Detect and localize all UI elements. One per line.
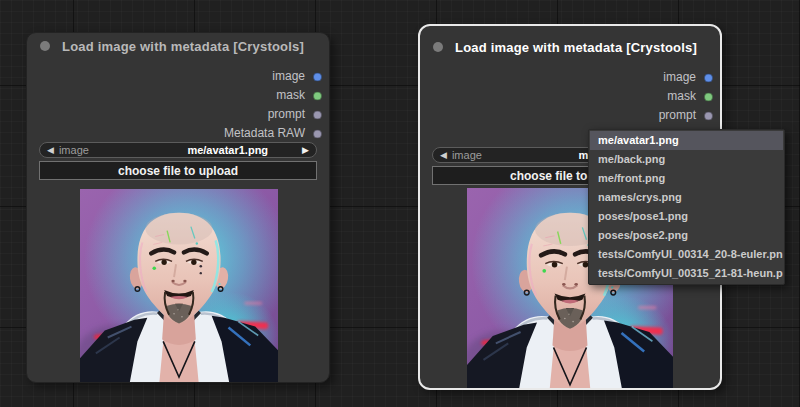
dropdown-item-pose2[interactable]: poses/pose2.png [590,226,783,245]
dropdown-item-back[interactable]: me/back.png [590,150,783,169]
output-slot-image-icon[interactable] [313,72,322,81]
output-row-image: image [27,67,329,86]
output-slot-prompt-icon[interactable] [704,111,713,120]
choose-file-button[interactable]: choose file to upload [39,161,317,180]
output-row-metadata-raw: Metadata RAW [27,124,329,143]
output-row-prompt: prompt [27,105,329,124]
output-row-mask: mask [420,87,720,106]
node-title: Load image with metadata [Crystools] [62,39,304,54]
dropdown-item-front[interactable]: me/front.png [590,169,783,188]
output-label: mask [667,89,696,103]
output-slot-prompt-icon[interactable] [313,110,322,119]
collapse-dot-icon[interactable] [40,41,50,51]
output-row-mask: mask [27,86,329,105]
node-load-image-left[interactable]: Load image with metadata [Crystools] ima… [26,32,330,383]
output-label: Metadata RAW [224,126,305,140]
node-title-bar: Load image with metadata [Crystools] [27,33,329,59]
dropdown-item-comfyui-00314[interactable]: tests/ComfyUI_00314_20-8-euler.png [590,245,783,264]
dropdown-item-comfyui-00315[interactable]: tests/ComfyUI_00315_21-81-heun.png [590,264,783,283]
output-row-prompt: prompt [420,106,720,125]
output-slot-metadata-raw-icon[interactable] [313,129,322,138]
image-preview [80,189,278,383]
output-label: image [663,70,696,84]
node-title: Load image with metadata [Crystools] [455,40,697,55]
combo-next-icon[interactable]: ▶ [302,146,309,155]
portrait-artwork [80,189,278,383]
combo-label: image [59,144,89,156]
combo-prev-icon[interactable]: ◀ [440,151,447,160]
combo-prev-icon[interactable]: ◀ [47,146,54,155]
output-slots: image mask prompt Metadata RAW [27,67,329,143]
output-slot-image-icon[interactable] [704,73,713,82]
dropdown-item-pose1[interactable]: poses/pose1.png [590,207,783,226]
node-title-bar: Load image with metadata [Crystools] [420,34,720,60]
dropdown-item-crys[interactable]: names/crys.png [590,188,783,207]
output-label: prompt [268,107,305,121]
output-label: mask [276,88,305,102]
image-combo-widget[interactable]: ◀ image me/avatar1.png ▶ [39,142,317,158]
node-editor-canvas[interactable]: Load image with metadata [Crystools] ima… [0,0,800,407]
output-label: prompt [659,108,696,122]
output-row-image: image [420,68,720,87]
combo-value: me/avatar1.png [89,144,268,156]
output-label: image [272,69,305,83]
file-dropdown: me/avatar1.png me/back.png me/front.png … [588,129,785,285]
collapse-dot-icon[interactable] [433,42,443,52]
dropdown-item-avatar1[interactable]: me/avatar1.png [590,131,783,150]
combo-label: image [452,149,482,161]
output-slot-mask-icon[interactable] [704,92,713,101]
output-slot-mask-icon[interactable] [313,91,322,100]
